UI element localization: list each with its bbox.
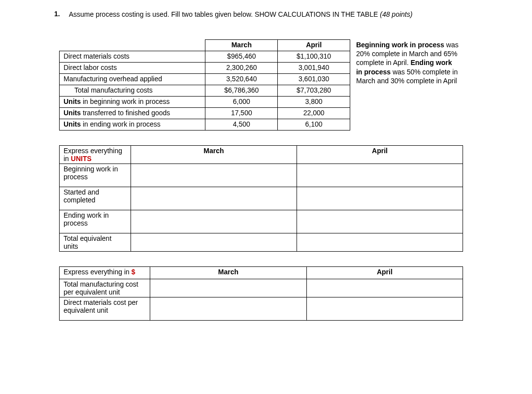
cell-april[interactable] [306, 297, 463, 320]
units-header-l1: Express everything [64, 147, 122, 155]
units-prefix: Units [64, 120, 81, 128]
note-cell: Beginning work in process was 20% comple… [350, 39, 493, 130]
cell-march[interactable] [131, 187, 297, 210]
row-label: Total equivalent units [60, 233, 131, 251]
table-row: Total equivalent units [60, 233, 463, 251]
cell-april[interactable] [297, 187, 463, 210]
row-label: Direct materials cost per equivalent uni… [60, 297, 150, 320]
question-block: 1. Assume process costing is used. Fill … [54, 10, 502, 20]
cell-april: $1,100,310 [278, 51, 350, 62]
col-header-april: April [306, 266, 463, 279]
units-prefix: Units [64, 109, 81, 117]
col-header-april: April [278, 39, 350, 51]
table-row: Started and completed [60, 187, 463, 210]
cell-april: 3,800 [278, 96, 350, 107]
units-header-l2b: UNITS [71, 155, 92, 163]
cell-march: 3,520,640 [205, 73, 278, 85]
row-label: Ending work in process [60, 210, 131, 233]
cell-april: 3,001,940 [278, 62, 350, 73]
row-label: Beginning work in process [60, 164, 131, 187]
note-l3a: complete in April. [356, 59, 411, 66]
question-points: (48 points) [380, 10, 412, 18]
note-l4a: in process [356, 68, 393, 76]
cell-april: 22,000 [278, 107, 350, 119]
question-text-main: Assume process costing is used. Fill two… [69, 10, 380, 18]
units-table: Express everything in UNITS March April … [59, 145, 463, 252]
cell-label: Manufacturing overhead applied [60, 73, 205, 85]
units-header-cell: Express everything in UNITS [60, 145, 131, 164]
cell-march[interactable] [131, 164, 297, 187]
cell-march: 4,500 [205, 119, 278, 130]
cell-march[interactable] [150, 279, 307, 297]
dollar-header-cell: Express everything in $ [60, 266, 150, 279]
table-row: Total manufacturing cost per equivalent … [60, 279, 463, 297]
table-row: Direct materials cost per equivalent uni… [60, 297, 463, 320]
cell-march: 6,000 [205, 96, 278, 107]
cell-label: Units transferred to finished goods [60, 107, 205, 119]
col-header-march: March [205, 39, 278, 51]
cell-march[interactable] [131, 210, 297, 233]
note-l5: March and 30% complete in April [356, 77, 457, 85]
cell-march: $6,786,360 [205, 85, 278, 96]
note-l1b: was [446, 41, 459, 49]
cell-march[interactable] [131, 233, 297, 251]
col-header-april: April [297, 145, 463, 164]
table-row: Ending work in process [60, 210, 463, 233]
question-text: Assume process costing is used. Fill two… [69, 10, 413, 20]
cell-april[interactable] [297, 233, 463, 251]
row-label: Started and completed [60, 187, 131, 210]
cell-march[interactable] [150, 297, 307, 320]
dollar-header-text: Express everything in [64, 268, 132, 276]
cell-march: 17,500 [205, 107, 278, 119]
note-l1a: Beginning work in process [356, 41, 446, 49]
table-row: Beginning work in process [60, 164, 463, 187]
units-header-l2a: in [64, 155, 71, 163]
note-l2: 20% complete in March and 65% [356, 50, 457, 58]
cell-label: Units in beginning work in process [60, 96, 205, 107]
cell-april: $7,703,280 [278, 85, 350, 96]
row-label: Total manufacturing cost per equivalent … [60, 279, 150, 297]
cell-label: Direct materials costs [60, 51, 205, 62]
cell-april: 6,100 [278, 119, 350, 130]
cell-april[interactable] [297, 164, 463, 187]
units-rest: in beginning work in process [81, 98, 170, 105]
cell-march: 2,300,260 [205, 62, 278, 73]
units-prefix: Units [64, 98, 81, 105]
question-number: 1. [54, 10, 60, 20]
cell-label: Units in ending work in process [60, 119, 205, 130]
cell-april: 3,601,030 [278, 73, 350, 85]
cell-april[interactable] [306, 279, 463, 297]
col-header-march: March [131, 145, 297, 164]
dollar-sign: $ [132, 268, 135, 276]
units-rest: in ending work in process [81, 120, 161, 128]
dollar-table: Express everything in $ March April Tota… [59, 266, 463, 321]
cell-march: $965,460 [205, 51, 278, 62]
cell-label: Total manufacturing costs [60, 85, 205, 96]
cell-label: Direct labor costs [60, 62, 205, 73]
cell-april[interactable] [297, 210, 463, 233]
note-l4b: was 50% complete in [393, 68, 458, 76]
cost-data-table: March April Beginning work in process wa… [59, 39, 493, 131]
note-l3b: Ending work [410, 59, 452, 66]
units-rest: transferred to finished goods [81, 109, 170, 117]
col-header-march: March [150, 266, 307, 279]
